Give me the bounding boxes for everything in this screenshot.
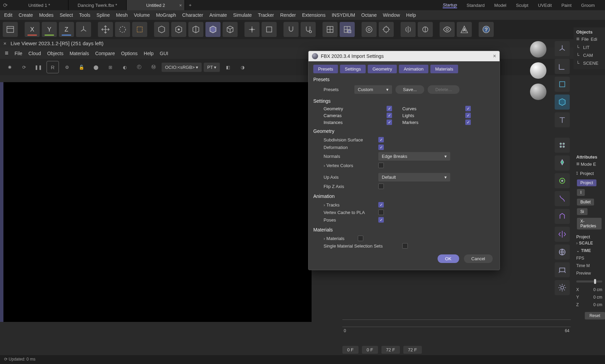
geometry-checkbox[interactable]: ✓ — [387, 106, 392, 111]
shading-ball-2-icon[interactable] — [530, 84, 546, 100]
tl-start-frame[interactable]: 0 F — [362, 346, 378, 354]
layout-tab-uvedit[interactable]: UVEdit — [538, 3, 552, 8]
tab-presets[interactable]: Presets — [313, 65, 338, 73]
scale-tool-icon[interactable] — [132, 22, 147, 37]
tl-end-frame[interactable]: 72 F — [381, 346, 400, 354]
menu-tracker[interactable]: Tracker — [258, 12, 274, 18]
attr-tab-project[interactable]: Project — [577, 179, 596, 186]
lv-aperture-icon[interactable]: ✺ — [3, 61, 16, 73]
flipz-checkbox[interactable] — [378, 184, 384, 189]
coord-system-icon[interactable] — [555, 59, 570, 74]
menu-character[interactable]: Character — [182, 12, 203, 18]
tracks-checkbox[interactable]: ✓ — [378, 202, 384, 208]
timeline-ruler[interactable] — [342, 319, 571, 327]
text-tool-icon[interactable] — [555, 112, 570, 127]
layout-tab-sculpt[interactable]: Sculpt — [516, 3, 528, 8]
doc-tab-active[interactable]: Untitled 2 × — [127, 0, 185, 10]
lv-add-icon[interactable]: ⊞ — [104, 61, 116, 73]
coord-x[interactable]: X0 cm — [576, 286, 602, 293]
subdiv-checkbox[interactable]: ✓ — [378, 137, 384, 142]
hamburger-icon[interactable]: ≡ — [576, 36, 579, 42]
world-axis-icon[interactable] — [76, 22, 91, 37]
menu-extensions[interactable]: Extensions — [302, 12, 325, 18]
uv-mode-icon[interactable] — [223, 22, 238, 37]
snap-icon[interactable] — [283, 22, 299, 37]
coord-y[interactable]: Y0 cm — [576, 293, 602, 301]
markers-checkbox[interactable]: ✓ — [465, 120, 471, 125]
smss-checkbox[interactable] — [402, 243, 408, 249]
menu-mesh[interactable]: Mesh — [116, 12, 128, 18]
close-icon[interactable]: × — [3, 40, 7, 46]
materials-checkbox[interactable] — [358, 236, 363, 241]
menu-render[interactable]: Render — [280, 12, 296, 18]
attr-tab-info[interactable]: I — [577, 189, 585, 196]
edge-mode-icon[interactable] — [188, 22, 203, 37]
cloner-icon[interactable] — [555, 138, 570, 153]
tree-item-cam[interactable]: └CAM — [576, 51, 602, 59]
preview-slider[interactable] — [576, 280, 602, 283]
cameras-checkbox[interactable]: ✓ — [387, 113, 392, 118]
menu-help[interactable]: Help — [406, 12, 416, 18]
lv-misc-icon[interactable]: ◑ — [236, 61, 249, 73]
rotate-tool-icon[interactable] — [115, 22, 130, 37]
cancel-button[interactable]: Cancel — [464, 254, 493, 263]
help-icon[interactable]: ? — [479, 22, 494, 37]
layout-tab-startup[interactable]: Startup — [443, 2, 457, 8]
grid-lock-icon[interactable] — [340, 22, 355, 37]
pt-dropdown[interactable]: PT ▾ — [204, 63, 220, 72]
tab-materials[interactable]: Materials — [430, 65, 458, 73]
vcache-checkbox[interactable] — [378, 210, 384, 215]
curves-checkbox[interactable]: ✓ — [465, 106, 471, 111]
ocio-dropdown[interactable]: OCIO:<sRGB> ▾ — [162, 63, 202, 72]
hamburger-icon[interactable]: ≡ — [576, 161, 579, 167]
tab-animation[interactable]: Animation — [399, 65, 428, 73]
field-icon[interactable] — [555, 173, 570, 188]
render-icon[interactable] — [362, 22, 377, 37]
lv-menu-file[interactable]: File — [15, 51, 23, 56]
lv-menu-help[interactable]: Help — [144, 51, 154, 56]
axis-gizmo-icon[interactable] — [555, 41, 570, 56]
lv-mask-icon[interactable]: Ⓜ — [147, 61, 160, 73]
symmetry-icon[interactable] — [401, 22, 416, 37]
tl-total-frame[interactable]: 72 F — [403, 346, 422, 354]
menu-simulate[interactable]: Simulate — [233, 12, 252, 18]
lv-refresh-icon[interactable]: ⟳ — [18, 61, 30, 73]
attr-preview-row[interactable]: Preview — [576, 269, 602, 277]
menu-spline[interactable]: Spline — [97, 12, 110, 18]
lv-clip-icon[interactable]: ◐ — [118, 61, 131, 73]
expand-icon[interactable]: › — [324, 202, 325, 208]
lv-pause-icon[interactable]: ❚❚ — [32, 61, 45, 73]
add-tab-button[interactable]: ＋ — [185, 0, 195, 10]
environment-icon[interactable] — [555, 244, 570, 260]
tree-item-scene[interactable]: └SCENE — [576, 59, 602, 67]
menu-create[interactable]: Create — [18, 12, 33, 18]
menu-select[interactable]: Select — [60, 12, 73, 18]
attr-tab-sim[interactable]: Si — [577, 208, 588, 215]
layout-tab-paint[interactable]: Paint — [562, 3, 572, 8]
texture-mode-icon[interactable] — [262, 22, 277, 37]
menu-octane[interactable]: Octane — [361, 12, 377, 18]
attr-timem-row[interactable]: Time M — [576, 262, 602, 269]
point-mode-icon[interactable] — [171, 22, 186, 37]
close-icon[interactable]: × — [493, 53, 496, 59]
objects-menu-file[interactable]: File — [581, 37, 589, 42]
ok-button[interactable]: OK — [438, 254, 459, 263]
poses-checkbox[interactable]: ✓ — [378, 217, 384, 223]
coord-z[interactable]: Z0 cm — [576, 301, 602, 309]
extrude-icon[interactable] — [555, 209, 570, 224]
lv-menu-gui[interactable]: GUI — [160, 51, 168, 56]
cube-primitive-icon[interactable] — [555, 95, 570, 110]
vcolors-checkbox[interactable] — [378, 163, 384, 168]
lv-gear-icon[interactable]: ⚙ — [61, 61, 73, 73]
upaxis-dropdown[interactable]: Default▾ — [378, 173, 450, 181]
lv-menu-compare[interactable]: Compare — [95, 51, 115, 56]
render-viewport[interactable] — [3, 82, 312, 322]
lv-menu-cloud[interactable]: Cloud — [28, 51, 41, 56]
attr-tab-xparticles[interactable]: X-Particles — [577, 218, 602, 229]
light-icon[interactable] — [555, 280, 570, 295]
reload-icon[interactable]: ⟳ — [0, 0, 10, 10]
menu-animate[interactable]: Animate — [209, 12, 227, 18]
menu-mograph[interactable]: MoGraph — [156, 12, 176, 18]
doc-tab[interactable]: Untitled 1 * — [10, 0, 68, 10]
poly-mode-icon[interactable] — [205, 22, 220, 37]
